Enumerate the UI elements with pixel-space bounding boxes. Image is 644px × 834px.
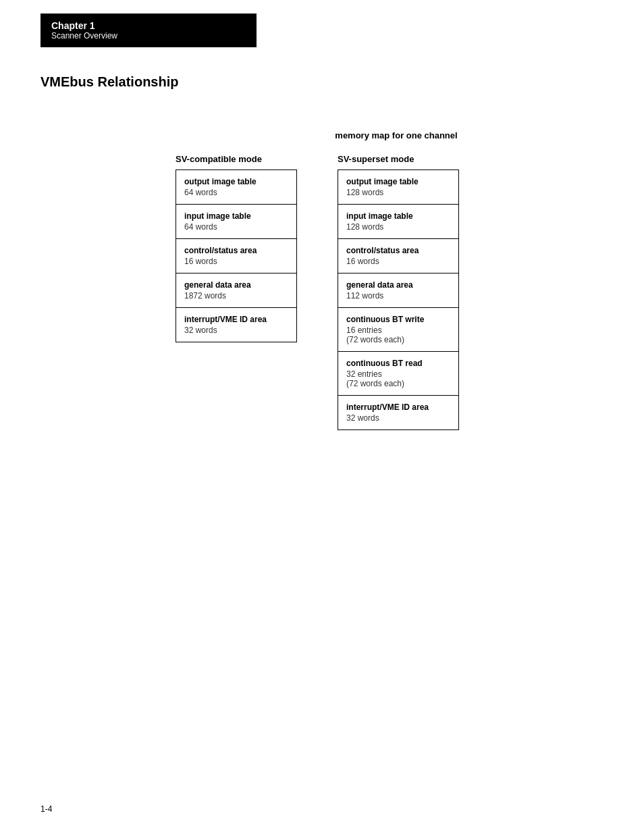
row-detail: 32 words <box>346 413 450 423</box>
sv-compatible-label: SV-compatible mode <box>176 154 297 164</box>
sv-superset-label: SV-superset mode <box>338 154 459 164</box>
table-row: output image table 128 words <box>338 170 458 205</box>
table-row: control/status area 16 words <box>176 239 296 273</box>
table-row: output image table 64 words <box>176 170 296 205</box>
row-detail: 64 words <box>184 188 288 197</box>
row-title: control/status area <box>346 246 450 255</box>
row-title: input image table <box>346 211 450 221</box>
table-row: continuous BT write 16 entries(72 words … <box>338 308 458 352</box>
sv-superset-table: output image table 128 words input image… <box>338 170 459 430</box>
row-detail: 1872 words <box>184 291 288 301</box>
row-detail: 64 words <box>184 222 288 232</box>
row-title: input image table <box>184 211 288 221</box>
table-row: interrupt/VME ID area 32 words <box>176 308 296 342</box>
table-row: input image table 128 words <box>338 205 458 239</box>
row-title: output image table <box>184 177 288 186</box>
table-row: general data area 1872 words <box>176 273 296 308</box>
row-title: interrupt/VME ID area <box>184 315 288 324</box>
page-title: VMEbus Relationship <box>41 74 603 90</box>
table-row: input image table 64 words <box>176 205 296 239</box>
row-detail: 16 words <box>184 257 288 266</box>
row-detail: 112 words <box>346 291 450 301</box>
row-title: interrupt/VME ID area <box>346 402 450 412</box>
row-detail: 16 words <box>346 257 450 266</box>
table-row: general data area 112 words <box>338 273 458 308</box>
header-bar: Chapter 1 Scanner Overview <box>41 14 257 47</box>
page-number: 1-4 <box>41 804 52 814</box>
row-title: continuous BT read <box>346 359 450 368</box>
chapter-label: Chapter 1 <box>51 20 246 31</box>
sv-superset-column: SV-superset mode output image table 128 … <box>338 154 459 430</box>
row-detail: 128 words <box>346 222 450 232</box>
diagram-area: SV-compatible mode output image table 64… <box>176 154 603 430</box>
row-title: control/status area <box>184 246 288 255</box>
table-row: continuous BT read 32 entries(72 words e… <box>338 352 458 396</box>
sv-compatible-table: output image table 64 words input image … <box>176 170 297 342</box>
row-detail: 32 words <box>184 325 288 335</box>
row-detail: 16 entries(72 words each) <box>346 325 450 344</box>
memory-map-label: memory map for one channel <box>189 130 603 140</box>
table-row: control/status area 16 words <box>338 239 458 273</box>
sv-compatible-column: SV-compatible mode output image table 64… <box>176 154 297 430</box>
row-title: continuous BT write <box>346 315 450 324</box>
row-detail: 128 words <box>346 188 450 197</box>
row-title: output image table <box>346 177 450 186</box>
row-detail: 32 entries(72 words each) <box>346 369 450 388</box>
row-title: general data area <box>184 280 288 290</box>
row-title: general data area <box>346 280 450 290</box>
table-row: interrupt/VME ID area 32 words <box>338 396 458 429</box>
chapter-subtitle: Scanner Overview <box>51 31 246 41</box>
